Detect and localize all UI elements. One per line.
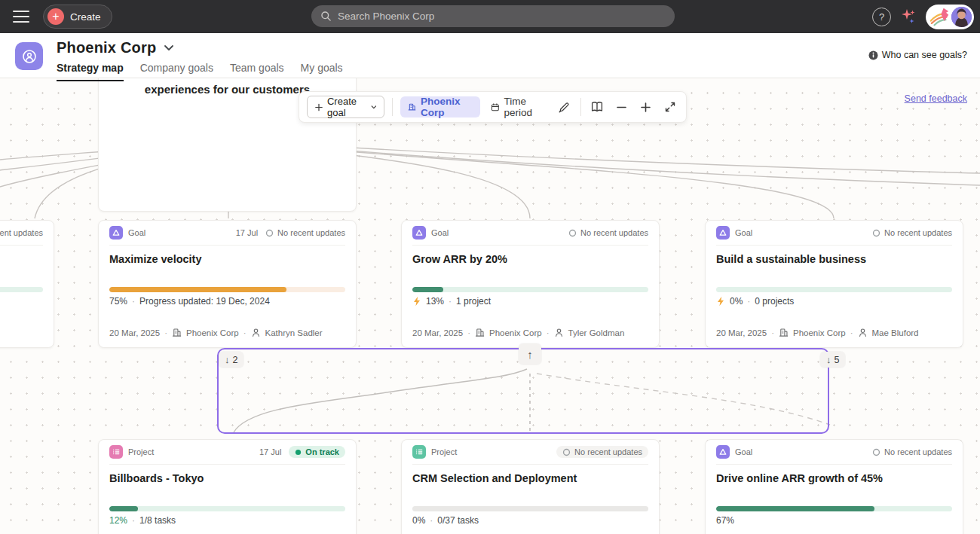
search-input[interactable] [338, 11, 666, 22]
tab-team-goals[interactable]: Team goals [230, 62, 284, 81]
create-button[interactable]: + Create [43, 5, 112, 29]
workspace-avatar[interactable] [15, 42, 43, 70]
card-status[interactable]: No recent updates [872, 447, 952, 456]
tab-my-goals[interactable]: My goals [301, 62, 343, 81]
dot-separator: · [747, 296, 750, 307]
card-title[interactable]: CRM Selection and Deployment [412, 472, 648, 484]
stats-percent: 12% [109, 515, 127, 526]
dot-separator: · [430, 515, 433, 526]
status-label: No recent updates [884, 447, 952, 456]
fullscreen-icon[interactable] [662, 96, 678, 117]
progress-bar [412, 506, 648, 511]
goal-icon [716, 226, 730, 240]
status-label: No recent updates [580, 228, 648, 237]
footer-org: Phoenix Corp [186, 328, 239, 337]
card-stats: 67% [716, 515, 734, 526]
card-title[interactable]: Maximize velocity [109, 253, 345, 265]
card-status[interactable]: On track [289, 446, 345, 458]
bolt-icon [412, 296, 421, 307]
highlighter-icon[interactable] [556, 96, 573, 117]
zoom-out-icon[interactable] [613, 96, 629, 117]
calendar-icon [491, 102, 500, 113]
arrow-down-icon: ↓ [826, 354, 831, 365]
map-toolbar: Create goal Phoenix Corp Time period [299, 91, 687, 123]
time-period-button[interactable]: Time period [488, 96, 549, 118]
create-goal-button[interactable]: Create goal [307, 96, 384, 118]
dot-separator: · [771, 328, 774, 337]
status-label: No recent updates [277, 228, 345, 237]
card-type-label: Project [431, 447, 457, 456]
send-feedback-link[interactable]: Send feedback [905, 93, 967, 104]
stats-percent: 0% [730, 296, 743, 307]
card-type-label: Project [128, 447, 154, 456]
user-avatar [951, 7, 972, 27]
search-bar[interactable] [311, 5, 675, 27]
goal-card[interactable]: Goal17 JulNo recent updatesMaximize velo… [98, 220, 357, 348]
project-icon [412, 445, 426, 459]
dot-separator: · [243, 328, 247, 337]
status-label: On track [305, 447, 339, 456]
card-title[interactable]: Drive online ARR growth of 45% [716, 472, 952, 484]
footer-org: Phoenix Corp [489, 328, 542, 337]
strategy-map-canvas[interactable]: experiences for our customers No recent … [0, 78, 980, 534]
status-label: No recent updates [0, 228, 43, 237]
zoom-in-icon[interactable] [637, 96, 654, 117]
account-pill[interactable] [926, 5, 974, 29]
card-title[interactable]: Build a sustainable business [716, 253, 952, 265]
footer-owner: Mae Bluford [872, 328, 919, 337]
dot-separator: · [164, 328, 167, 337]
card-stats: 0%·0 projects [716, 296, 794, 307]
progress-bar [412, 287, 648, 292]
tab-company-goals[interactable]: Company goals [140, 62, 213, 81]
who-can-see-goals[interactable]: Who can see goals? [868, 50, 967, 60]
dot-separator: · [132, 296, 135, 307]
ai-sparkles-icon[interactable] [900, 8, 917, 26]
goal-card[interactable]: GoalNo recent updatesBuild a sustainable… [705, 220, 963, 348]
card-status[interactable]: No recent updates [568, 228, 648, 237]
bolt-icon [716, 296, 725, 307]
info-icon [868, 50, 878, 60]
arrow-down-icon: ↓ [225, 354, 230, 365]
card-status: No recent updates [0, 228, 43, 237]
stats-percent: 67% [716, 515, 734, 526]
person-icon [554, 328, 564, 337]
status-label: No recent updates [884, 228, 952, 237]
chevron-down-icon [371, 105, 377, 110]
hamburger-menu-icon[interactable] [13, 11, 29, 23]
status-label: No recent updates [574, 447, 642, 456]
selection-badge-down-right[interactable]: ↓ 5 [820, 352, 845, 368]
chevron-down-icon[interactable] [164, 44, 174, 51]
selection-badge-down-left[interactable]: ↓ 2 [219, 352, 243, 368]
selection-badge-up-center[interactable]: ↑ [519, 343, 541, 365]
help-button[interactable]: ? [872, 8, 891, 26]
building-icon [779, 328, 789, 337]
goal-card[interactable]: GoalNo recent updatesGrow ARR by 20%13%·… [401, 220, 660, 348]
card-status[interactable]: No recent updates [872, 228, 952, 237]
card-title[interactable]: Billboards - Tokyo [109, 472, 345, 484]
goal-card-partial-left[interactable]: No recent updates [0, 220, 54, 348]
card-status[interactable]: No recent updates [265, 228, 345, 237]
stats-detail: Progress updated: 19 Dec, 2024 [139, 296, 270, 307]
stats-percent: 13% [426, 296, 444, 307]
workspace-filter-chip[interactable]: Phoenix Corp [400, 96, 480, 117]
arrow-up-icon: ↑ [527, 348, 533, 361]
card-title[interactable]: Grow ARR by 20% [412, 253, 648, 265]
map-overview-icon[interactable] [589, 96, 605, 117]
project-card[interactable]: ProjectNo recent updatesCRM Selection an… [401, 439, 660, 534]
footer-org: Phoenix Corp [793, 328, 846, 337]
goal-icon [109, 226, 123, 240]
toolbar-divider [580, 98, 581, 116]
phoenix-logo-icon [929, 7, 951, 26]
project-card[interactable]: Project17 JulOn trackBillboards - Tokyo1… [98, 439, 357, 534]
dot-separator: · [547, 328, 550, 337]
card-status[interactable]: No recent updates [556, 446, 648, 458]
footer-owner: Kathryn Sadler [265, 328, 323, 337]
progress-bar [716, 506, 952, 511]
goal-card[interactable]: GoalNo recent updatesDrive online ARR gr… [705, 439, 963, 534]
tab-strategy-map[interactable]: Strategy map [57, 62, 124, 81]
dot-separator: · [467, 328, 470, 337]
person-icon [858, 328, 868, 337]
building-icon [408, 102, 416, 112]
card-due-date: 17 Jul [236, 228, 258, 237]
plus-icon: + [47, 8, 64, 25]
